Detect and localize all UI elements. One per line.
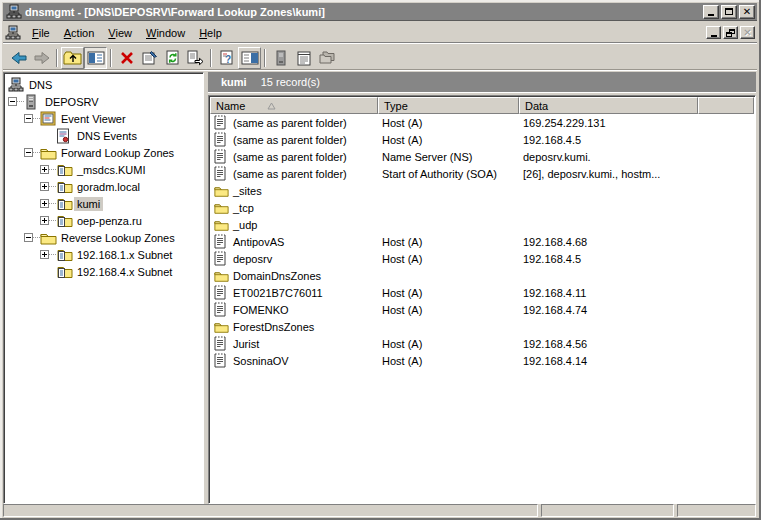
console-tree-icon [87,51,105,65]
menu-view[interactable]: View [101,24,139,42]
maximize-button[interactable] [721,5,737,19]
table-row[interactable]: _udp [210,216,754,233]
tree-indent [4,169,40,170]
table-row[interactable]: AntipovASHost (A)192.168.4.68 [210,233,754,250]
table-row[interactable]: DomainDnsZones [210,267,754,284]
cell-type: Host (A) [378,287,519,299]
tree-item-msdcs-kumi[interactable]: _msdcs.KUMI [4,161,203,178]
menu-bar: FileActionViewWindowHelp ✕ [3,22,757,44]
menu-help[interactable]: Help [192,24,229,42]
table-row[interactable]: ForestDnsZones [210,318,754,335]
table-row[interactable]: (same as parent folder)Start of Authorit… [210,165,754,182]
show-hide-action-pane-button[interactable] [238,47,261,69]
tree-indent [4,118,24,119]
cell-type: Host (A) [378,134,519,146]
tree-item-forward-lookup-zones[interactable]: Forward Lookup Zones [4,144,203,161]
collapse-icon[interactable] [24,114,33,123]
tree-item-kumi[interactable]: kumi [4,195,203,212]
tree-item-192-168-4-x-subnet[interactable]: 192.168.4.x Subnet [4,263,203,280]
tree-item-dns[interactable]: DNS [4,76,203,93]
refresh-button[interactable] [161,47,184,69]
cell-name: (same as parent folder) [210,166,378,181]
menu-window[interactable]: Window [139,24,192,42]
table-row[interactable]: JuristHost (A)192.168.4.56 [210,335,754,352]
table-row[interactable]: _tcp [210,199,754,216]
tree-item-event-viewer[interactable]: Event Viewer [4,110,203,127]
tree-item-dns-events[interactable]: DNS Events [4,127,203,144]
maximize-icon [725,8,733,15]
expand-icon[interactable] [40,216,49,225]
up-one-level-button[interactable] [61,47,84,69]
cell-type: Host (A) [378,338,519,350]
record-name: (same as parent folder) [233,151,347,163]
record-name: ForestDnsZones [233,321,314,333]
forward-button [30,47,53,69]
tree-item-label: kumi [74,197,103,211]
table-row[interactable]: ET0021B7C76011Host (A)192.168.4.11 [210,284,754,301]
tree-item-goradm-local[interactable]: goradm.local [4,178,203,195]
zone-name: kumi [221,76,247,88]
mdi-restore-button[interactable] [723,26,738,39]
zone-icon [56,264,74,280]
tree-indent [4,152,24,153]
collapse-icon[interactable] [24,148,33,157]
export-list-button[interactable] [184,47,207,69]
delete-x-icon [119,50,135,66]
table-row[interactable]: deposrvHost (A)192.168.4.5 [210,250,754,267]
close-button[interactable]: ✕ [739,5,755,19]
back-button[interactable] [7,47,30,69]
menu-action[interactable]: Action [57,24,102,42]
delete-button[interactable] [115,47,138,69]
table-row[interactable]: (same as parent folder)Host (A)169.254.2… [210,114,754,131]
tree-expander-slot [40,250,56,259]
record-name: DomainDnsZones [233,270,321,282]
tree-item-deposrv[interactable]: DEPOSRV [4,93,203,110]
tree-item-192-168-1-x-subnet[interactable]: 192.168.1.x Subnet [4,246,203,263]
cell-name: (same as parent folder) [210,149,378,164]
tree-item-label: DNS Events [74,129,140,143]
mdi-child-icon[interactable] [5,25,21,41]
record-icon [214,149,229,164]
folders-view-button[interactable] [315,47,338,69]
collapse-icon[interactable] [8,97,17,106]
record-name: Jurist [233,338,259,350]
help-button[interactable]: ? [215,47,238,69]
collapse-icon[interactable] [24,233,33,242]
properties-button[interactable] [138,47,161,69]
cell-data: 192.168.4.5 [519,134,754,146]
column-header-data[interactable]: Data [519,97,698,114]
expand-icon[interactable] [40,199,49,208]
record-list-button[interactable] [292,47,315,69]
cell-type: Name Server (NS) [378,151,519,163]
cell-name: deposrv [210,251,378,266]
tree-connector [17,101,24,102]
expand-icon[interactable] [40,182,49,191]
cell-name: ForestDnsZones [210,319,378,334]
tree-item-label: Event Viewer [58,112,129,126]
show-hide-console-tree-button[interactable] [84,47,107,69]
column-header-type[interactable]: Type [378,97,519,114]
record-name: FOMENKO [233,304,289,316]
tree-item-label: DEPOSRV [42,95,102,109]
status-pane-2 [541,504,674,517]
table-row[interactable]: _sites [210,182,754,199]
table-row[interactable]: SosninaOVHost (A)192.168.4.14 [210,352,754,369]
table-row[interactable]: (same as parent folder)Host (A)192.168.4… [210,131,754,148]
tree-item-reverse-lookup-zones[interactable]: Reverse Lookup Zones [4,229,203,246]
tree-connector [49,186,56,187]
column-header-filler [698,97,754,114]
column-header-name[interactable]: Name [210,97,378,114]
tree-connector [33,118,40,119]
minimize-button[interactable] [703,5,719,19]
expand-icon[interactable] [40,165,49,174]
folder-icon [40,230,58,246]
menu-file[interactable]: File [25,24,57,42]
cell-name: Jurist [210,336,378,351]
expand-icon[interactable] [40,250,49,259]
table-row[interactable]: (same as parent folder)Name Server (NS)d… [210,148,754,165]
tree-item-oep-penza-ru[interactable]: oep-penza.ru [4,212,203,229]
table-row[interactable]: FOMENKOHost (A)192.168.4.74 [210,301,754,318]
mdi-minimize-button[interactable] [706,26,721,39]
server-view-button[interactable] [269,47,292,69]
server-tower-icon [275,50,287,66]
